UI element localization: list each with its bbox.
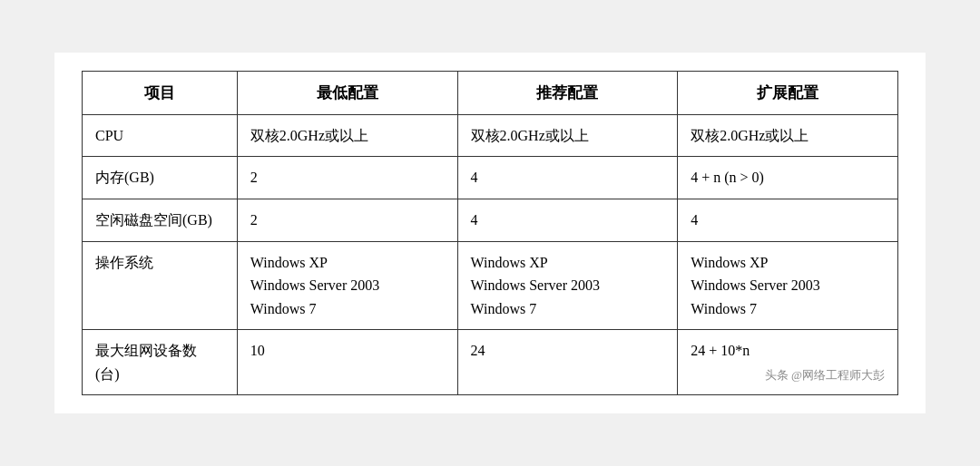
table-row: CPU 双核2.0GHz或以上 双核2.0GHz或以上 双核2.0GHz或以上: [83, 114, 898, 157]
os-line-3: Windows 7: [471, 297, 665, 321]
header-rec: 推荐配置: [457, 71, 678, 114]
row-min-devices: 10: [237, 330, 457, 395]
row-rec-disk: 4: [457, 199, 678, 241]
row-min-cpu: 双核2.0GHz或以上: [237, 114, 457, 157]
header-ext: 扩展配置: [678, 71, 898, 114]
row-rec-devices: 24: [457, 330, 678, 395]
watermark-text: 头条 @网络工程师大彭: [691, 366, 885, 385]
row-item-ram: 内存(GB): [83, 157, 238, 199]
table-row: 内存(GB) 2 4 4 + n (n > 0): [83, 157, 898, 199]
row-item-cpu: CPU: [83, 114, 238, 157]
row-ext-cpu: 双核2.0GHz或以上: [678, 114, 898, 157]
row-min-disk: 2: [237, 199, 457, 241]
row-ext-os: Windows XP Windows Server 2003 Windows 7: [678, 241, 898, 330]
row-min-os: Windows XP Windows Server 2003 Windows 7: [237, 241, 457, 330]
header-row: 项目 最低配置 推荐配置 扩展配置: [83, 71, 898, 114]
config-table: 项目 最低配置 推荐配置 扩展配置 CPU 双核2.0GHz或以上 双核2.0G…: [82, 71, 898, 396]
row-item-devices: 最大组网设备数 (台): [83, 330, 238, 395]
table-row: 操作系统 Windows XP Windows Server 2003 Wind…: [83, 241, 898, 330]
row-rec-cpu: 双核2.0GHz或以上: [457, 114, 678, 157]
row-ext-disk: 4: [678, 199, 898, 241]
ext-devices-value: 24 + 10*n: [691, 343, 750, 358]
os-line-3: Windows 7: [250, 297, 445, 321]
header-min: 最低配置: [237, 71, 457, 114]
row-rec-ram: 4: [457, 157, 678, 199]
row-rec-os: Windows XP Windows Server 2003 Windows 7: [457, 241, 678, 330]
table-row: 最大组网设备数 (台) 10 24 24 + 10*n 头条 @网络工程师大彭: [83, 330, 898, 395]
header-item: 项目: [83, 71, 238, 114]
os-line-1: Windows XP: [691, 251, 885, 275]
table-row: 空闲磁盘空间(GB) 2 4 4: [83, 199, 898, 241]
row-item-os: 操作系统: [83, 241, 238, 330]
row-ext-devices: 24 + 10*n 头条 @网络工程师大彭: [678, 330, 898, 395]
os-line-1: Windows XP: [471, 251, 665, 275]
os-line-2: Windows Server 2003: [691, 274, 885, 297]
os-line-3: Windows 7: [691, 297, 885, 321]
row-item-disk: 空闲磁盘空间(GB): [83, 199, 238, 241]
os-line-2: Windows Server 2003: [250, 274, 445, 297]
row-ext-ram: 4 + n (n > 0): [678, 157, 898, 199]
os-line-1: Windows XP: [250, 251, 445, 275]
os-line-2: Windows Server 2003: [471, 274, 665, 297]
table-wrapper: 项目 最低配置 推荐配置 扩展配置 CPU 双核2.0GHz或以上 双核2.0G…: [54, 53, 926, 414]
row-min-ram: 2: [237, 157, 457, 199]
